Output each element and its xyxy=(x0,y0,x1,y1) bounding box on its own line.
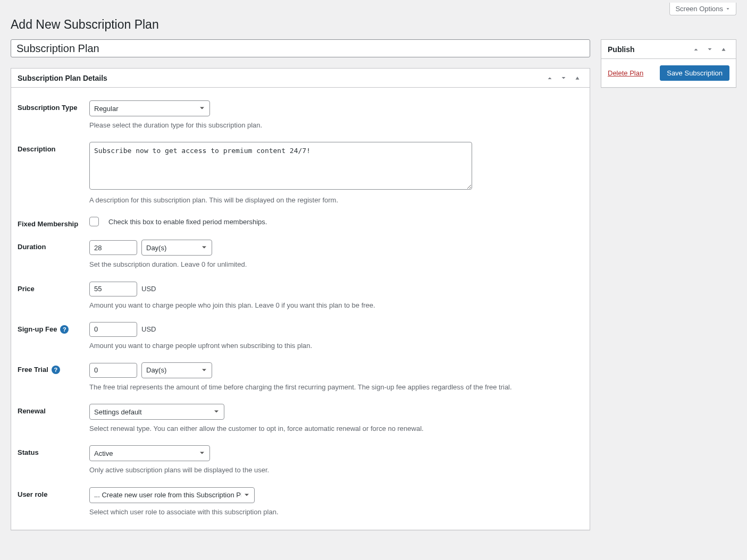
user-role-select[interactable]: ... Create new user role from this Subsc… xyxy=(89,487,255,503)
page-title: Add New Subscription Plan xyxy=(11,18,736,32)
status-label: Status xyxy=(18,445,89,456)
chevron-up-icon xyxy=(692,46,700,53)
move-down-button[interactable] xyxy=(704,44,716,55)
fixed-membership-checkbox-label: Check this box to enable fixed period me… xyxy=(108,218,267,226)
publish-panel: Publish Delete Plan Save Subscription xyxy=(601,39,736,88)
delete-plan-link[interactable]: Delete Plan xyxy=(608,69,643,77)
caret-down-icon xyxy=(725,6,731,12)
status-help: Only active subscription plans will be d… xyxy=(89,465,583,475)
signup-fee-input[interactable] xyxy=(89,322,137,337)
status-select[interactable]: Active xyxy=(89,445,210,461)
duration-unit-select[interactable]: Day(s) xyxy=(141,240,212,256)
free-trial-unit-select[interactable]: Day(s) xyxy=(141,362,212,378)
description-help: A description for this subscription plan… xyxy=(89,196,583,205)
details-panel-title: Subscription Plan Details xyxy=(18,74,107,82)
description-label: Description xyxy=(18,142,89,153)
duration-input[interactable] xyxy=(89,240,137,255)
price-currency: USD xyxy=(141,285,156,293)
user-role-help: Select which user role to associate with… xyxy=(89,507,583,517)
toggle-panel-button[interactable] xyxy=(718,44,729,55)
move-up-button[interactable] xyxy=(690,44,702,55)
chevron-down-icon xyxy=(560,74,567,82)
help-icon[interactable]: ? xyxy=(52,366,60,374)
screen-options-label: Screen Options xyxy=(675,5,723,13)
free-trial-input[interactable] xyxy=(89,363,137,378)
duration-label: Duration xyxy=(18,240,89,251)
chevron-down-icon xyxy=(706,46,714,53)
screen-options-button[interactable]: Screen Options xyxy=(669,3,736,15)
signup-fee-currency: USD xyxy=(141,325,156,333)
publish-panel-title: Publish xyxy=(608,45,635,54)
fixed-membership-label: Fixed Membership xyxy=(18,217,89,228)
price-help: Amount you want to charge people who joi… xyxy=(89,301,583,310)
toggle-panel-button[interactable] xyxy=(572,72,583,84)
description-textarea[interactable]: Subscribe now to get access to premium c… xyxy=(89,142,472,190)
price-input[interactable] xyxy=(89,282,137,296)
signup-fee-label: Sign-up Fee xyxy=(18,325,57,333)
renewal-select[interactable]: Settings default xyxy=(89,404,224,420)
user-role-label: User role xyxy=(18,487,89,498)
subscription-type-help: Please select the duration type for this… xyxy=(89,121,583,130)
save-subscription-button[interactable]: Save Subscription xyxy=(660,65,729,81)
move-up-button[interactable] xyxy=(544,72,556,84)
fixed-membership-checkbox[interactable] xyxy=(89,217,99,226)
signup-fee-help: Amount you want to charge people upfront… xyxy=(89,341,583,351)
triangle-up-icon xyxy=(574,74,581,82)
help-icon[interactable]: ? xyxy=(60,325,69,334)
move-down-button[interactable] xyxy=(558,72,569,84)
subscription-type-select[interactable]: Regular xyxy=(89,100,210,116)
triangle-up-icon xyxy=(720,46,727,53)
duration-help: Set the subscription duration. Leave 0 f… xyxy=(89,260,583,269)
subscription-type-label: Subscription Type xyxy=(18,100,89,112)
chevron-up-icon xyxy=(546,74,553,82)
renewal-label: Renewal xyxy=(18,404,89,415)
plan-title-input[interactable] xyxy=(11,39,590,57)
details-panel: Subscription Plan Details Subscription T… xyxy=(11,68,590,530)
price-label: Price xyxy=(18,282,89,293)
free-trial-label: Free Trial xyxy=(18,366,48,374)
renewal-help: Select renewal type. You can either allo… xyxy=(89,424,583,434)
free-trial-help: The free trial represents the amount of … xyxy=(89,383,583,392)
